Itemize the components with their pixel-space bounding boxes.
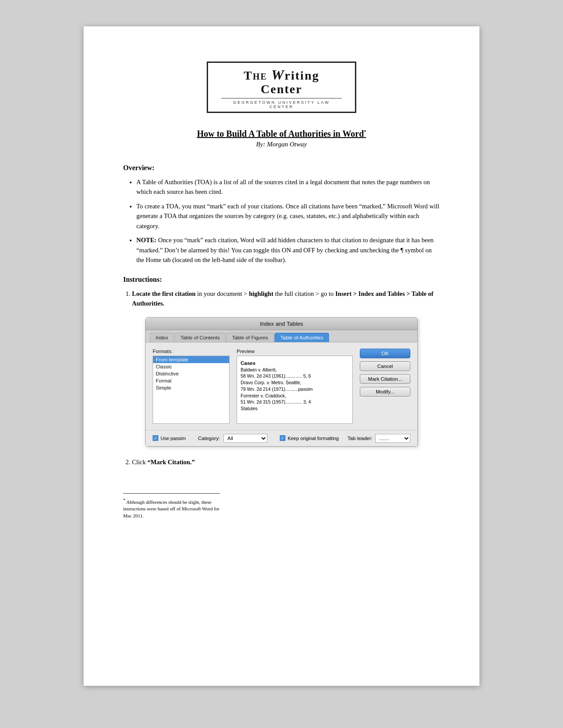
overview-note-text: Once you “mark” each citation, Word will… (136, 237, 434, 263)
modify-button[interactable]: Modify... (360, 387, 410, 397)
dialog-body: Formats: From template Classic Distincti… (146, 342, 417, 430)
logo-riting: riting (285, 69, 319, 82)
ok-button[interactable]: OK (360, 349, 410, 358)
overview-bullet-2: To create a TOA, you must “mark” each of… (136, 201, 440, 231)
keep-formatting-checkbox[interactable]: ✓ (280, 435, 285, 441)
preview-box: Cases Baldwin v. Alberti, 58 Wn. 2d 243 … (237, 356, 353, 424)
logo-container: The Writing Center GEORGETOWN UNIVERSITY… (123, 62, 440, 113)
category-select[interactable]: All (223, 434, 267, 443)
instruction-step-2: Click “Mark Citation.” (132, 457, 440, 467)
logo-the: The (244, 69, 267, 82)
overview-bullet-1-text: A Table of Authorities (TOA) is a list o… (136, 178, 430, 195)
dialog-buttons-panel: OK Cancel Mark Citation... Modify... (360, 349, 410, 424)
cancel-button[interactable]: Cancel (360, 361, 410, 371)
footnote-marker: * (123, 498, 125, 502)
instructions-list-2: Click “Mark Citation.” (132, 457, 440, 467)
dialog-formats-panel: Formats: From template Classic Distincti… (153, 349, 230, 424)
instructions-list: Locate the first citation in your docume… (132, 289, 440, 309)
format-item-classic[interactable]: Classic (153, 363, 229, 370)
overview-note-label: NOTE: (136, 237, 157, 244)
logo-enter: enter (271, 82, 302, 96)
tab-table-of-authorities[interactable]: Table of Authorities (274, 333, 329, 342)
tab-table-of-figures[interactable]: Table of Figures (227, 333, 274, 342)
preview-entry-3: 79 Wn. 2d 214 (1971)..........passim (241, 386, 349, 393)
preview-entry-2: Dravo Corp. v. Metro. Seattle, (241, 379, 349, 386)
format-list: From template Classic Distinctive Formal… (153, 356, 230, 424)
dialog-preview-panel: Preview Cases Baldwin v. Alberti, 58 Wn.… (237, 349, 353, 424)
step1-part2: in your document > (196, 290, 249, 297)
format-item-from-template[interactable]: From template (153, 356, 229, 363)
doc-title-container: How to Build A Table of Authorities in W… (123, 129, 440, 139)
dialog-footer: ✓ Use passim Category: All ✓ Keep origin… (146, 430, 417, 446)
tab-index[interactable]: Index (150, 333, 174, 342)
logo-subtitle: GEORGETOWN UNIVERSITY LAW CENTER (221, 98, 342, 109)
format-item-formal[interactable]: Formal (153, 377, 229, 384)
footnote-marker-title: * (364, 129, 366, 134)
category-row: Category: All (194, 434, 271, 443)
step1-part1: Locate the first citation (132, 290, 196, 297)
preview-entry-6: Statutes (241, 405, 349, 412)
use-passim-checkbox[interactable]: ✓ (153, 435, 158, 441)
dialog-main-row: Formats: From template Classic Distincti… (153, 349, 410, 424)
logo-c: C (261, 82, 271, 96)
tab-leader-select[interactable]: ....... (375, 434, 410, 443)
footnote-area: * Although differences should be slight,… (123, 493, 220, 519)
logo-w: W (271, 67, 285, 83)
logo-box: The Writing Center GEORGETOWN UNIVERSITY… (207, 62, 356, 113)
step2-part1: Click (132, 459, 147, 466)
overview-bullet-3: NOTE: Once you “mark” each citation, Wor… (136, 235, 440, 265)
tab-table-of-contents[interactable]: Table of Contents (175, 333, 226, 342)
format-item-simple[interactable]: Simple (153, 384, 229, 391)
tab-leader-label: Tab leader: (347, 436, 373, 441)
index-tables-dialog: Index and Tables Index Table of Contents… (145, 317, 418, 447)
keep-formatting-label: Keep original formatting (288, 436, 339, 441)
keep-formatting-row: ✓ Keep original formatting (280, 435, 339, 441)
preview-label: Preview (237, 349, 353, 354)
step1-part4: the full citation > go to (274, 290, 336, 297)
overview-list: A Table of Authorities (TOA) is a list o… (136, 177, 440, 265)
preview-entry-0: Baldwin v. Alberti, (241, 367, 349, 373)
step2-part2: “Mark Citation.” (147, 459, 195, 466)
preview-category: Cases (241, 360, 349, 367)
formats-label: Formats: (153, 349, 230, 354)
overview-bullet-1: A Table of Authorities (TOA) is a list o… (136, 177, 440, 197)
step1-part3: highlight (249, 290, 274, 297)
page: The Writing Center GEORGETOWN UNIVERSITY… (84, 26, 479, 686)
doc-title-text: How to Build A Table of Authorities in W… (197, 129, 364, 138)
tab-leader-row: Tab leader: ....... (347, 434, 410, 443)
instruction-step-1: Locate the first citation in your docume… (132, 289, 440, 309)
doc-author: By: Morgan Otway (123, 141, 440, 148)
format-item-distinctive[interactable]: Distinctive (153, 370, 229, 377)
preview-entry-4: Forrester v. Craddock, (241, 393, 349, 399)
logo-title: The Writing Center (221, 67, 342, 96)
mark-citation-button[interactable]: Mark Citation... (360, 374, 410, 384)
overview-heading: Overview: (123, 164, 440, 172)
dialog-tabs: Index Table of Contents Table of Figures… (146, 330, 417, 342)
preview-entry-5: 51 Wn. 2d 315 (1957)............. 3, 4 (241, 399, 349, 405)
dialog-container: Index and Tables Index Table of Contents… (123, 317, 440, 447)
preview-entry-1: 58 Wn. 2d 243 (1961)............. 5, 6 (241, 373, 349, 379)
use-passim-label: Use passim (161, 436, 186, 441)
instructions-heading: Instructions: (123, 276, 440, 284)
overview-bullet-2-text: To create a TOA, you must “mark” each of… (136, 203, 439, 229)
category-label: Category: (198, 436, 220, 441)
dialog-titlebar: Index and Tables (146, 318, 417, 330)
use-passim-row: ✓ Use passim (153, 435, 186, 441)
footnote-content: Although differences should be slight, t… (123, 499, 219, 518)
doc-title: How to Build A Table of Authorities in W… (197, 129, 366, 138)
footnote-text: * Although differences should be slight,… (123, 497, 220, 519)
